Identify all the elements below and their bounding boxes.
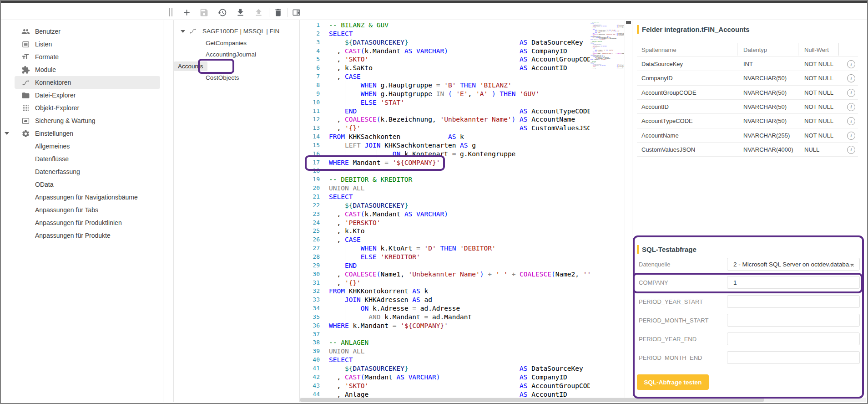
line-number: 16	[300, 150, 320, 157]
period-year-end-input[interactable]	[727, 332, 860, 345]
sidebar-item-datenerfassung[interactable]: Datenerfassung	[15, 165, 160, 178]
line-number: 36	[300, 322, 320, 329]
tree-item-getcompanies[interactable]: GetCompanies	[174, 37, 299, 49]
period-month-end-input[interactable]	[727, 351, 860, 364]
code-line-40: 40SELECT	[300, 356, 590, 364]
sidebar-item-label: Formate	[35, 53, 59, 61]
row-divider	[637, 142, 858, 143]
line-number: 21	[300, 193, 320, 200]
test-panel-title: SQL-Testabfrage	[637, 245, 696, 254]
sidebar-item-einstellungen[interactable]: Einstellungen	[15, 127, 160, 140]
upload-button[interactable]	[253, 7, 264, 18]
line-number: 40	[300, 356, 320, 363]
cell-nullable: NOT NULL	[804, 132, 833, 139]
code-line-43: 43 , 'SKTO' AS AccountGroupCODE	[300, 382, 590, 390]
run-sql-test-button[interactable]: SQL-Abfrage testen	[637, 374, 709, 390]
line-number: 25	[300, 227, 320, 234]
sidebar-item-label: Benutzer	[35, 28, 61, 35]
code-line-15: 15 LEFT JOIN KHKSachkontenarten AS g	[300, 141, 590, 150]
folder-icon	[21, 91, 30, 100]
horizontal-scrollbar[interactable]	[300, 398, 866, 402]
sidebar-item-konnektoren[interactable]: Konnektoren	[15, 76, 160, 89]
add-button[interactable]	[181, 7, 192, 18]
sidebar-item-formate[interactable]: Formate	[15, 51, 160, 63]
splitter-drag-handle-icon[interactable]	[169, 8, 174, 16]
sidebar-item-anpassungen-f-r-produktlinien[interactable]: Anpassungen für Produktlinien	[15, 216, 160, 229]
delete-button[interactable]	[273, 7, 283, 18]
sidebar-item-datei-explorer[interactable]: Datei-Explorer	[15, 89, 160, 102]
toolbar-separator	[269, 8, 269, 17]
tree-item-accounts[interactable]: Accounts	[174, 61, 299, 72]
cell-datatype: NVARCHAR(50)	[743, 103, 787, 110]
toggle-panel-button[interactable]	[291, 7, 302, 18]
tree-item-label: Accounts	[174, 61, 207, 71]
save-button[interactable]	[198, 7, 209, 18]
line-number: 23	[300, 210, 320, 217]
code-line-9: 9 WHEN g.Hauptgruppe IN ( 'E', 'A' ) THE…	[300, 90, 590, 98]
line-number: 9	[300, 90, 320, 97]
sidebar-item-anpassungen-f-r-produkte[interactable]: Anpassungen für Produkte	[15, 229, 160, 242]
info-icon[interactable]: i	[847, 89, 855, 97]
info-icon[interactable]: i	[847, 146, 855, 154]
line-number: 41	[300, 365, 320, 372]
editor-minimap[interactable]: -- BILANZ & GUVSELECT ${DATASOURCEKEY} A…	[590, 22, 624, 72]
cell-datatype: INT	[743, 61, 753, 67]
sidebar-item-label: Objekt-Explorer	[35, 104, 79, 112]
code-area[interactable]: 1-- BILANZ & GUV2SELECT3 ${DATASOURCEKEY…	[300, 20, 590, 398]
line-number: 13	[300, 124, 320, 131]
restore-version-button[interactable]	[217, 7, 227, 18]
sidebar-item-label: Datenflüsse	[35, 155, 69, 163]
line-number: 15	[300, 142, 320, 148]
selected-option: 2 - Microsoft SQL Server on octdev.datab…	[733, 261, 854, 268]
period-year-start-input[interactable]	[727, 295, 860, 308]
sidebar-item-listen[interactable]: Listen	[15, 38, 160, 51]
line-number: 14	[300, 133, 320, 140]
code-line-29: 29 END	[300, 261, 590, 270]
horizontal-scrollbar-thumb[interactable]	[300, 398, 764, 402]
indent-guide	[345, 201, 345, 322]
company-input[interactable]: 1	[727, 276, 860, 289]
code-line-12: 12 , COALESCE(k.Bezeichnung, 'Unbekannte…	[300, 115, 590, 124]
code-line-3: 3 ${DATASOURCEKEY} AS DataSourceKey	[300, 38, 590, 47]
sidebar-item-odata[interactable]: OData	[15, 178, 160, 191]
line-number: 37	[300, 331, 320, 338]
cell-column-name: AccountName	[641, 132, 679, 139]
sidebar-item-benutzer[interactable]: Benutzer	[15, 25, 160, 38]
info-icon[interactable]: i	[847, 117, 855, 125]
tree-root-sage100de-mssql-fin[interactable]: SAGE100DE | MSSQL | FIN	[174, 26, 299, 37]
info-icon[interactable]: i	[847, 60, 855, 68]
sidebar-item-anpassungen-f-r-navigationsb-ume[interactable]: Anpassungen für Navigationsbäume	[15, 191, 160, 204]
row-divider	[637, 56, 858, 57]
sidebar-item-allgemeines[interactable]: Allgemeines	[15, 140, 160, 153]
vertical-scrollbar-thumb[interactable]	[626, 21, 631, 24]
trash-icon	[273, 8, 283, 17]
connector-tree: SAGE100DE | MSSQL | FINGetCompaniesAccou…	[174, 20, 299, 398]
code-line-24: 24 , 'PERSKTO'	[300, 219, 590, 227]
info-icon[interactable]: i	[847, 132, 855, 140]
info-icon[interactable]: i	[847, 103, 855, 111]
format-icon	[21, 53, 30, 61]
tree-item-costobjects[interactable]: CostObjects	[174, 72, 299, 83]
info-icon[interactable]: i	[847, 74, 855, 82]
line-number: 38	[300, 339, 320, 346]
period-month-start-input[interactable]	[727, 314, 860, 327]
sidebar-item-datenfl-sse[interactable]: Datenflüsse	[15, 153, 160, 165]
line-number: 43	[300, 382, 320, 389]
sidebar-item-module[interactable]: Module	[15, 63, 160, 76]
chevron-down-icon[interactable]	[181, 30, 185, 33]
line-number: 20	[300, 184, 320, 191]
chevron-down-icon[interactable]	[5, 132, 9, 135]
sidebar: BenutzerListenFormateModuleKonnektorenDa…	[2, 20, 163, 402]
tree-item-accountingjournal[interactable]: AccountingJournal	[174, 49, 299, 60]
tree-item-label: CostObjects	[206, 74, 239, 81]
datasource-select[interactable]: 2 - Microsoft SQL Server on octdev.datab…	[727, 258, 860, 271]
row-divider	[637, 71, 858, 71]
sidebar-item-sicherung-wartung[interactable]: Sicherung & Wartung	[15, 114, 160, 127]
sidebar-divider[interactable]	[163, 20, 163, 402]
code-line-11: 11 END AS AccountTypeCODE	[300, 107, 590, 116]
cell-column-name: AccountID	[641, 103, 669, 110]
sidebar-item-objekt-explorer[interactable]: Objekt-Explorer	[15, 102, 160, 114]
download-button[interactable]	[235, 7, 246, 18]
sidebar-item-anpassungen-f-r-tabs[interactable]: Anpassungen für Tabs	[15, 204, 160, 216]
toolbar	[1, 3, 867, 20]
